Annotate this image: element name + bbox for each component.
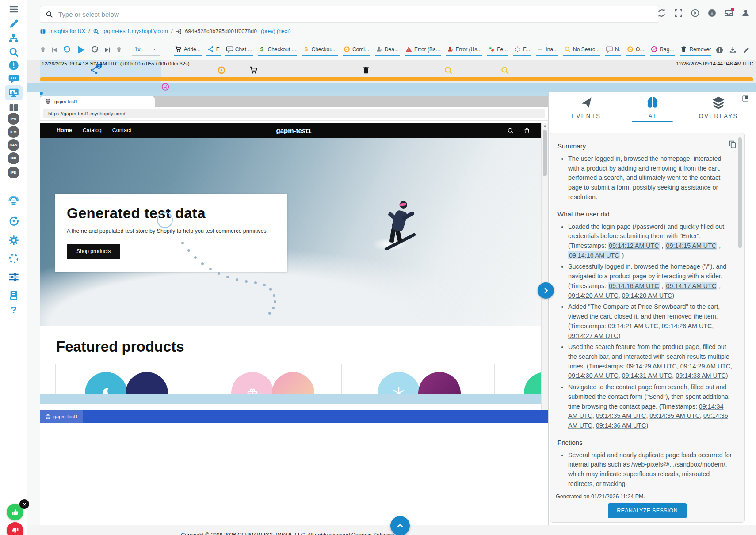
url-field[interactable]: https://gapm-test1.myshopify.com/ [43, 109, 545, 118]
shop-products-button[interactable]: Shop products [67, 244, 120, 259]
timestamp-link[interactable]: 09:14:26 AM UTC [662, 323, 712, 330]
user-icon[interactable] [741, 9, 750, 19]
tab-ai[interactable]: AI [619, 96, 686, 122]
download-icon[interactable] [729, 46, 737, 54]
timestamp-link[interactable]: 09:14:35 AM UTC [596, 412, 646, 419]
timeline-event-marker[interactable] [500, 66, 509, 77]
timestamp-link[interactable]: 09:14:16 AM UTC [568, 251, 620, 259]
sidebar-item-menu[interactable] [5, 2, 23, 17]
sidebar-item-module-ifb[interactable]: IFB [5, 151, 23, 166]
panel-scrollbar-thumb[interactable] [738, 137, 742, 248]
forward-button[interactable] [91, 46, 99, 54]
event-filter-chip[interactable]: $ Checkout ... [258, 44, 297, 56]
refresh-icon[interactable] [657, 9, 666, 19]
timestamp-link[interactable]: 09:14:20 AM UTC [568, 292, 619, 299]
product-card[interactable] [202, 364, 342, 394]
sidebar-item-scope[interactable] [5, 251, 23, 266]
event-filter-chip[interactable]: Error (Ba... [405, 44, 441, 56]
sidebar-item-chat[interactable] [5, 71, 23, 86]
timestamp-link[interactable]: 09:14:27 AM UTC [568, 332, 619, 339]
sidebar-item-settings[interactable] [5, 233, 23, 248]
rewind-button[interactable] [63, 46, 71, 54]
fullscreen-icon[interactable] [674, 9, 683, 19]
timestamp-link[interactable]: 09:14:12 AM UTC [608, 242, 660, 250]
event-filter-chip[interactable]: Chat ... [225, 44, 253, 56]
timestamp-link[interactable]: 09:14:34 AM UTC [568, 403, 724, 420]
prev-session-link[interactable]: (prev) [261, 28, 275, 34]
sidebar-item-documentation[interactable] [5, 288, 23, 303]
sidebar-item-help[interactable]: ? [5, 303, 23, 318]
timestamp-link[interactable]: 09:14:30 AM UTC [568, 372, 619, 379]
site-nav-contact[interactable]: Contact [112, 127, 131, 133]
timestamp-link[interactable]: 09:14:17 AM UTC [665, 282, 718, 290]
toolbar-info-icon[interactable] [716, 46, 723, 54]
timestamp-link[interactable]: 09:14:31 AM UTC [622, 372, 672, 379]
clear-end-button[interactable] [116, 47, 122, 53]
timeline-event-marker[interactable] [362, 66, 370, 77]
frustration-icon[interactable] [161, 83, 170, 91]
product-card[interactable] [494, 364, 548, 394]
event-filter-chip[interactable]: Comi... [343, 44, 370, 56]
dismiss-feedback-button[interactable] [19, 499, 29, 509]
event-filter-chip[interactable]: $ Checkou... [302, 44, 338, 56]
event-filter-chip[interactable]: Dea... [375, 44, 400, 56]
product-card[interactable] [348, 364, 488, 394]
product-card[interactable] [55, 364, 195, 394]
timestamp-link[interactable]: 09:14:15 AM UTC [665, 242, 718, 250]
breadcrumb-filter-link[interactable]: gapm-test1.myshopify.com [102, 28, 168, 34]
session-timeline[interactable]: 12/26/2025 09:14:18.302 AM UTC (+00h 00m… [27, 60, 756, 83]
sidebar-item-search[interactable] [5, 45, 23, 60]
timeline-event-marker[interactable] [249, 66, 258, 77]
sidebar-item-module-can[interactable]: CAN [5, 137, 23, 152]
event-filter-chip[interactable]: F... [513, 44, 531, 56]
sidebar-item-automation[interactable] [5, 213, 23, 228]
timeline-event-marker[interactable]: 2 [90, 66, 99, 77]
event-filter-chip[interactable]: Rag... [650, 44, 675, 56]
timeline-event-marker[interactable] [444, 66, 453, 77]
event-filter-chip[interactable]: Fe... [487, 44, 508, 56]
timestamp-link[interactable]: 09:14:21 AM UTC [608, 323, 658, 330]
site-cart-icon[interactable] [523, 127, 530, 134]
timestamp-link[interactable]: 09:14:29 AM UTC [680, 363, 731, 370]
breadcrumb-app-link[interactable]: Insights for UX [49, 28, 85, 34]
skip-to-start-button[interactable] [51, 46, 58, 53]
timestamp-link[interactable]: 09:14:36 AM UTC [568, 412, 728, 429]
play-session-icon[interactable] [691, 9, 699, 19]
play-button[interactable] [76, 45, 86, 55]
sidebar-item-hierarchy[interactable] [5, 31, 23, 46]
tab-overlays[interactable]: OVERLAYS [685, 96, 752, 122]
sidebar-item-module-ifd[interactable]: IFD [5, 165, 23, 180]
event-filter-chip[interactable]: Adde... [174, 44, 202, 56]
timestamp-link[interactable]: 09:14:16 AM UTC [608, 282, 660, 290]
event-filter-chip[interactable]: N. [605, 44, 621, 56]
panel-expand-button[interactable] [538, 282, 554, 299]
event-filter-chip[interactable]: Error (Us... [446, 44, 483, 56]
next-session-link[interactable]: (next) [277, 28, 291, 34]
site-search-icon[interactable] [507, 127, 514, 134]
sidebar-item-preferences[interactable] [5, 269, 23, 285]
skip-to-end-button[interactable] [104, 46, 111, 53]
timestamp-link[interactable]: 09:14:35 AM UTC [649, 412, 700, 419]
event-filter-chip[interactable]: O... [626, 44, 645, 56]
clear-start-button[interactable] [40, 47, 46, 53]
timeline-event-marker[interactable] [217, 66, 226, 77]
sidebar-item-session-replay[interactable] [5, 85, 23, 100]
tab-events[interactable]: EVENTS [553, 96, 619, 122]
timestamp-link[interactable]: 09:14:20 AM UTC [622, 292, 672, 299]
sidebar-item-alerts[interactable] [5, 58, 23, 73]
reanalyze-session-button[interactable]: REANALYZE SESSION [608, 503, 687, 518]
search-input[interactable] [57, 10, 653, 19]
site-nav-home[interactable]: Home [57, 127, 72, 133]
info-icon[interactable] [708, 9, 716, 19]
browser-tab[interactable]: gapm-test1 [40, 96, 155, 107]
timeline-progress-bar[interactable] [40, 77, 753, 81]
sidebar-item-module-ifm[interactable]: IFM [5, 124, 23, 139]
page-track-tab[interactable]: gapm-test1 [40, 410, 83, 423]
scroll-to-top-button[interactable] [390, 516, 410, 535]
event-filter-chip[interactable]: E [206, 44, 221, 56]
event-filter-chip[interactable]: Ina... [536, 44, 558, 56]
sidebar-item-module-ifu[interactable]: IFU [5, 111, 23, 126]
speed-dropdown[interactable]: 1x [132, 44, 160, 56]
scrollbar-up-arrow[interactable]: ▲ [543, 124, 547, 128]
sidebar-item-data-monitor[interactable] [5, 194, 23, 209]
